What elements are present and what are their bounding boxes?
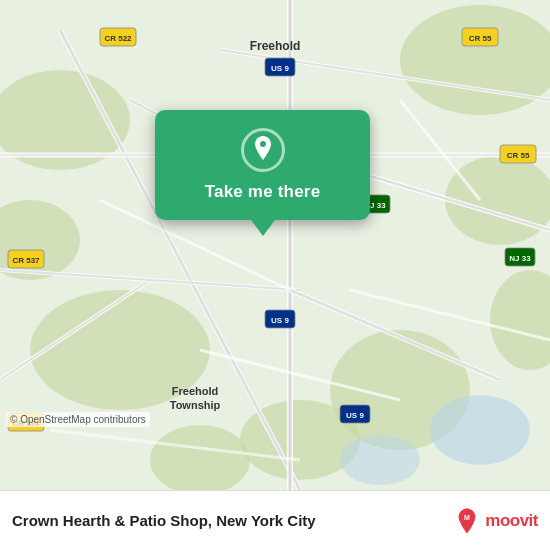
svg-text:NJ 33: NJ 33 [509,254,531,263]
location-icon-circle [241,128,285,172]
popup-card: Take me there [155,110,370,220]
svg-text:CR 537: CR 537 [12,256,40,265]
svg-text:US 9: US 9 [271,316,289,325]
svg-text:Freehold: Freehold [172,385,218,397]
svg-point-10 [430,395,530,465]
svg-text:US 9: US 9 [346,411,364,420]
svg-text:CR 55: CR 55 [469,34,492,43]
take-me-there-button[interactable]: Take me there [205,182,321,202]
moovit-brand-label: moovit [485,511,538,531]
svg-point-3 [445,155,550,245]
moovit-icon: M [453,507,481,535]
map-container: CR 522 CR 55 CR 55 US 9 US 9 US 9 NJ 33 … [0,0,550,490]
svg-text:US 9: US 9 [271,64,289,73]
svg-text:Freehold: Freehold [250,39,301,53]
moovit-logo: M moovit [453,507,538,535]
svg-text:CR 522: CR 522 [104,34,132,43]
svg-text:CR 55: CR 55 [507,151,530,160]
bottom-bar: Crown Hearth & Patio Shop, New York City… [0,490,550,550]
svg-text:M: M [464,514,470,521]
svg-point-11 [340,435,420,485]
map-attribution: © OpenStreetMap contributors [6,412,150,427]
svg-point-60 [260,141,266,147]
place-name: Crown Hearth & Patio Shop, New York City [12,512,443,529]
location-pin-icon [251,136,275,164]
svg-text:Township: Township [170,399,221,411]
